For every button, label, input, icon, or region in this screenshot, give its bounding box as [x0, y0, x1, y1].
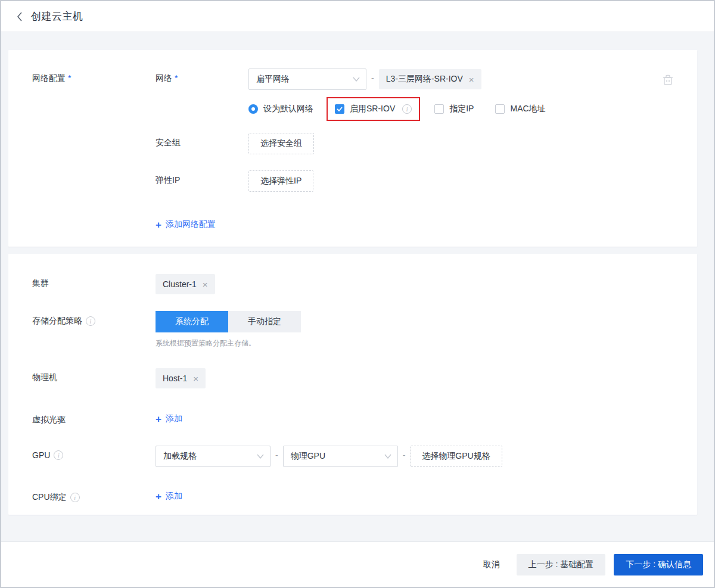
select-eip-button[interactable]: 选择弹性IP — [248, 170, 313, 192]
select-security-group-button[interactable]: 选择安全组 — [248, 133, 314, 154]
chevron-down-icon — [257, 454, 264, 459]
gpu-info-icon[interactable]: i — [54, 450, 63, 460]
specify-ip-checkbox-group[interactable]: 指定IP — [434, 104, 474, 114]
host-tag-label: Host-1 — [163, 374, 187, 383]
mac-address-label[interactable]: MAC地址 — [510, 104, 545, 114]
network-label: 网络* — [156, 69, 248, 84]
separator-dash: - — [366, 69, 379, 83]
tab-system-allocate[interactable]: 系统分配 — [156, 311, 228, 332]
prev-step-button[interactable]: 上一步 : 基础配置 — [517, 554, 606, 575]
storage-policy-tabs: 系统分配 手动指定 — [156, 311, 301, 332]
plus-icon: + — [156, 414, 161, 424]
network-type-value: 扁平网络 — [256, 74, 290, 85]
add-network-row: + 添加网络配置 — [32, 219, 673, 230]
network-config-panel: 网络配置* 网络* 扁平网络 - L3-三层网络-SR-IOV × — [8, 50, 697, 247]
select-gpu-spec-button[interactable]: 选择物理GPU规格 — [410, 446, 502, 467]
plus-icon: + — [156, 220, 161, 230]
sriov-info-icon[interactable]: i — [402, 104, 412, 114]
default-network-radio-group[interactable]: 设为默认网络 — [248, 104, 313, 114]
eip-label: 弹性IP — [156, 170, 248, 186]
page-header: 创建云主机 — [1, 1, 714, 32]
chevron-down-icon — [353, 77, 360, 82]
cdrom-row: 虚拟光驱 + 添加 — [32, 410, 673, 425]
network-row: 网络配置* 网络* 扁平网络 - L3-三层网络-SR-IOV × — [32, 69, 673, 90]
storage-policy-row: 存储分配策略 i 系统分配 手动指定 系统根据预置策略分配主存储。 — [32, 311, 673, 349]
wizard-footer: 取消 上一步 : 基础配置 下一步 : 确认信息 — [1, 542, 714, 587]
cluster-tag: Cluster-1 × — [156, 274, 215, 294]
host-row: 物理机 Host-1 × — [32, 368, 673, 388]
gpu-row: GPU i 加载规格 - 物理GPU - 选择物理GPU规格 — [32, 446, 673, 467]
storage-policy-info-icon[interactable]: i — [86, 316, 95, 326]
remove-cluster-tag-icon[interactable]: × — [203, 280, 208, 289]
network-options-row: 设为默认网络 启用SR-IOV i 指定IP MAC地址 — [32, 97, 673, 121]
add-cdrom-link[interactable]: + 添加 — [156, 413, 182, 424]
selected-network-tag-label: L3-三层网络-SR-IOV — [386, 74, 463, 85]
specify-ip-checkbox[interactable] — [434, 104, 444, 114]
default-network-radio[interactable] — [248, 104, 258, 114]
host-label: 物理机 — [32, 368, 156, 383]
sriov-checkbox-group[interactable]: 启用SR-IOV — [335, 104, 395, 114]
security-group-label: 安全组 — [156, 133, 248, 148]
cpu-pinning-info-icon[interactable]: i — [70, 493, 80, 502]
gpu-mode-value: 加载规格 — [163, 451, 197, 462]
selected-network-tag: L3-三层网络-SR-IOV × — [379, 69, 481, 89]
required-mark: * — [68, 73, 71, 83]
add-cpu-pinning-link[interactable]: + 添加 — [156, 491, 182, 502]
remove-host-tag-icon[interactable]: × — [193, 374, 198, 383]
next-step-button[interactable]: 下一步 : 确认信息 — [614, 554, 703, 575]
cluster-row: 集群 Cluster-1 × — [32, 273, 673, 294]
mac-address-checkbox[interactable] — [495, 104, 505, 114]
tab-manual-assign[interactable]: 手动指定 — [228, 311, 301, 332]
cpu-pinning-label: CPU绑定 i — [32, 487, 156, 503]
cpu-pinning-row: CPU绑定 i + 添加 — [32, 487, 673, 503]
default-network-label[interactable]: 设为默认网络 — [263, 104, 313, 114]
storage-policy-label: 存储分配策略 i — [32, 311, 156, 326]
cluster-label: 集群 — [32, 273, 156, 289]
delete-network-config-icon[interactable] — [663, 74, 673, 86]
separator-dash: - — [271, 446, 283, 460]
gpu-type-value: 物理GPU — [291, 451, 325, 462]
security-group-row: 安全组 选择安全组 — [32, 133, 673, 154]
sriov-checkbox[interactable] — [335, 104, 344, 114]
sriov-highlight-box: 启用SR-IOV i — [327, 97, 420, 121]
separator-dash: - — [398, 446, 411, 460]
gpu-label: GPU i — [32, 446, 156, 460]
cluster-tag-label: Cluster-1 — [163, 279, 197, 289]
mac-address-checkbox-group[interactable]: MAC地址 — [495, 104, 545, 114]
placement-panel: 集群 Cluster-1 × 存储分配策略 i 系统分配 手动指定 系统根据预置… — [8, 254, 697, 515]
cdrom-label: 虚拟光驱 — [32, 410, 156, 425]
gpu-mode-select[interactable]: 加载规格 — [156, 446, 271, 467]
network-config-label: 网络配置* — [32, 69, 156, 84]
back-icon[interactable] — [14, 11, 26, 23]
storage-policy-hint: 系统根据预置策略分配主存储。 — [156, 338, 301, 349]
sriov-label[interactable]: 启用SR-IOV — [350, 104, 395, 114]
remove-network-tag-icon[interactable]: × — [469, 75, 474, 84]
cancel-button[interactable]: 取消 — [475, 555, 508, 575]
chevron-down-icon — [384, 454, 391, 459]
specify-ip-label[interactable]: 指定IP — [449, 104, 474, 114]
eip-row: 弹性IP 选择弹性IP — [32, 170, 673, 192]
network-type-select[interactable]: 扁平网络 — [248, 69, 366, 90]
plus-icon: + — [156, 491, 161, 502]
create-vm-window: 创建云主机 网络配置* 网络* 扁平网络 - L3-三层网络-SR-IOV × — [0, 0, 715, 588]
gpu-type-select[interactable]: 物理GPU — [283, 446, 398, 467]
host-tag: Host-1 × — [156, 368, 206, 388]
page-title: 创建云主机 — [31, 10, 83, 23]
add-network-config-link[interactable]: + 添加网络配置 — [156, 219, 216, 230]
required-mark: * — [175, 73, 178, 83]
